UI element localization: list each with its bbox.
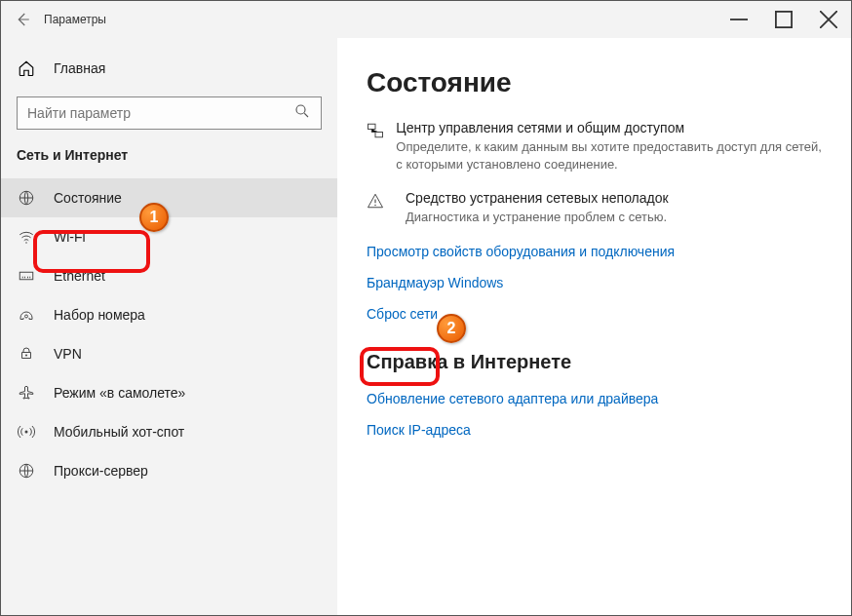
nav-item-proxy[interactable]: Прокси-сервер: [1, 451, 337, 490]
nav-item-dialup[interactable]: Набор номера: [1, 295, 337, 334]
annotation-badge-2: 2: [437, 314, 466, 343]
back-button[interactable]: [1, 1, 44, 38]
minimize-icon: [730, 11, 748, 28]
svg-point-7: [25, 431, 28, 434]
warning-icon: [367, 190, 394, 226]
nav-item-vpn[interactable]: VPN: [1, 334, 337, 373]
globe-icon: [17, 189, 36, 207]
maximize-button[interactable]: [761, 1, 806, 38]
link-firewall[interactable]: Брандмауэр Windows: [367, 275, 822, 290]
svg-point-3: [25, 242, 27, 244]
nav-item-label: Прокси-сервер: [54, 463, 148, 479]
main-content: Состояние Центр управления сетями и общи…: [337, 38, 851, 615]
vpn-icon: [17, 345, 36, 363]
proxy-icon: [17, 462, 36, 480]
search-icon: [293, 102, 311, 124]
nav-item-label: Режим «в самолете»: [54, 385, 185, 401]
sidebar-home[interactable]: Главная: [1, 52, 337, 85]
link-list: Просмотр свойств оборудования и подключе…: [367, 244, 822, 322]
nav-item-label: Мобильный хот-спот: [54, 424, 184, 440]
nav-item-airplane[interactable]: Режим «в самолете»: [1, 373, 337, 412]
link-network-reset[interactable]: Сброс сети: [367, 306, 822, 322]
close-button[interactable]: [806, 1, 851, 38]
hotspot-icon: [17, 423, 36, 441]
airplane-icon: [17, 384, 36, 402]
nav-list: Состояние Wi-Fi Ethernet Набор номера VP…: [1, 178, 337, 490]
titlebar: Параметры: [1, 1, 851, 38]
nav-item-label: Набор номера: [54, 307, 145, 323]
help-title: Справка в Интернете: [367, 351, 822, 373]
svg-rect-0: [776, 12, 792, 27]
nav-item-ethernet[interactable]: Ethernet: [1, 256, 337, 295]
search-box[interactable]: [17, 96, 322, 130]
page-title: Состояние: [367, 67, 822, 98]
ethernet-icon: [17, 267, 36, 285]
annotation-badge-1: 1: [139, 203, 169, 232]
setting-row-title: Средство устранения сетевых неполадок: [406, 190, 669, 206]
setting-row-title: Центр управления сетями и общим доступом: [396, 120, 822, 135]
nav-item-status[interactable]: Состояние: [1, 178, 337, 217]
svg-point-1: [296, 105, 305, 114]
setting-row-desc: Определите, к каким данным вы хотите пре…: [396, 138, 822, 173]
setting-row-troubleshoot[interactable]: Средство устранения сетевых неполадок Ди…: [367, 190, 822, 226]
arrow-left-icon: [14, 11, 31, 28]
nav-item-label: Wi-Fi: [54, 229, 86, 245]
help-link-update-adapter[interactable]: Обновление сетевого адаптера или драйвер…: [367, 391, 822, 406]
nav-item-hotspot[interactable]: Мобильный хот-спот: [1, 412, 337, 451]
window-controls: [716, 1, 851, 38]
wifi-icon: [17, 228, 36, 246]
network-sharing-icon: [367, 120, 384, 173]
nav-item-label: VPN: [54, 346, 82, 362]
sidebar: Главная Сеть и Интернет Состояние Wi-Fi …: [1, 38, 337, 615]
svg-rect-9: [368, 124, 376, 129]
home-icon: [17, 59, 36, 77]
setting-row-desc: Диагностика и устранение проблем с сетью…: [406, 209, 669, 226]
app-title: Параметры: [44, 13, 106, 26]
setting-row-sharing[interactable]: Центр управления сетями и общим доступом…: [367, 120, 822, 173]
close-icon: [820, 11, 837, 28]
svg-point-6: [25, 355, 27, 357]
svg-rect-10: [375, 133, 383, 137]
help-link-list: Обновление сетевого адаптера или драйвер…: [367, 391, 822, 438]
maximize-icon: [775, 11, 793, 28]
svg-rect-4: [19, 272, 33, 280]
help-link-find-ip[interactable]: Поиск IP-адреса: [367, 422, 822, 438]
nav-item-label: Состояние: [54, 190, 122, 206]
search-input[interactable]: [27, 105, 293, 121]
svg-point-11: [374, 205, 376, 207]
minimize-button[interactable]: [716, 1, 761, 38]
nav-item-wifi[interactable]: Wi-Fi: [1, 217, 337, 256]
nav-item-label: Ethernet: [54, 268, 105, 284]
svg-point-5: [25, 315, 28, 318]
link-hardware-properties[interactable]: Просмотр свойств оборудования и подключе…: [367, 244, 822, 259]
category-title: Сеть и Интернет: [1, 147, 337, 163]
dialup-icon: [17, 306, 36, 324]
sidebar-home-label: Главная: [54, 60, 105, 76]
